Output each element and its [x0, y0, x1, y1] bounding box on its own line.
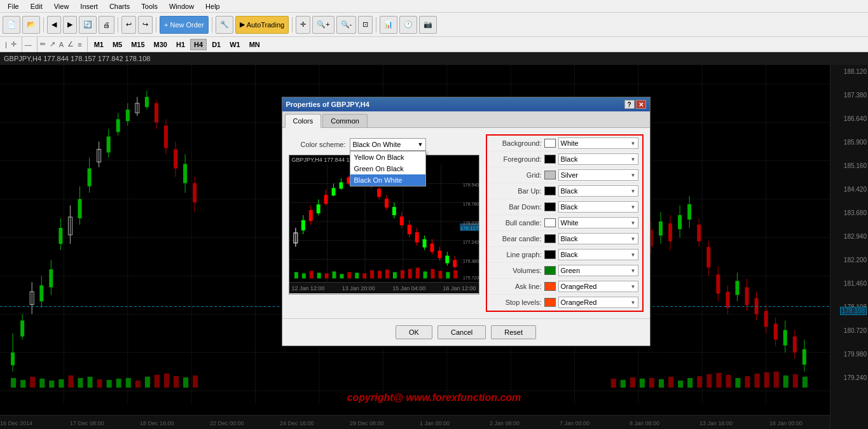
svg-rect-185 — [407, 225, 411, 234]
stop-levels-dropdown[interactable]: OrangeRed ▼ — [558, 297, 638, 308]
dialog-help-btn[interactable]: ? — [624, 100, 635, 109]
volumes-color-name: Green — [561, 267, 581, 274]
svg-text:177.240: 177.240 — [462, 240, 478, 244]
svg-rect-224 — [431, 269, 434, 279]
text-icon: A — [59, 41, 64, 48]
svg-rect-206 — [294, 272, 298, 278]
svg-rect-157 — [301, 220, 305, 230]
tab-colors[interactable]: Colors — [285, 114, 322, 128]
svg-rect-191 — [430, 244, 434, 252]
ask-line-dropdown[interactable]: OrangeRed ▼ — [558, 281, 638, 292]
tf-d1[interactable]: D1 — [208, 39, 224, 50]
color-scheme-popup: Yellow On Black Green On Black Black On … — [350, 151, 426, 186]
menu-edit[interactable]: Edit — [28, 1, 45, 11]
bull-candle-dropdown[interactable]: White ▼ — [558, 217, 638, 229]
toolbar-sep-3 — [156, 17, 156, 32]
tf-h4[interactable]: H4 — [190, 39, 207, 50]
zoom-out-btn[interactable]: 🔍- — [336, 16, 357, 34]
clock-btn[interactable]: 🕐 — [399, 16, 417, 34]
line-graph-swatch[interactable] — [544, 250, 556, 259]
toolbar-sep-4 — [212, 17, 212, 32]
fit-btn[interactable]: ⊡ — [358, 16, 373, 34]
svg-rect-218 — [385, 270, 389, 279]
option-black-white[interactable]: Black On White — [350, 174, 425, 186]
option-yellow-black[interactable]: Yellow On Black — [350, 151, 425, 163]
svg-rect-225 — [438, 271, 442, 278]
foreground-swatch[interactable] — [544, 155, 556, 164]
bar-down-dropdown[interactable]: Black ▼ — [558, 201, 638, 213]
cancel-button[interactable]: Cancel — [437, 325, 486, 339]
volumes-label: Volumes: — [491, 267, 542, 274]
tf-m5[interactable]: M5 — [109, 39, 126, 50]
chart-area[interactable]: 188.120 187.380 186.640 185.900 185.160 … — [0, 65, 868, 429]
line-graph-arrow-icon: ▼ — [631, 252, 636, 258]
timeframe-bar: | ✛ — ✏ ↗ A ∠ ≡ M1 M5 M15 M30 H1 H4 D1 W… — [0, 37, 868, 52]
volumes-dropdown[interactable]: Green ▼ — [558, 265, 638, 276]
new-order-btn[interactable]: + New Order — [160, 16, 209, 34]
svg-rect-193 — [437, 251, 441, 258]
indicators-btn[interactable]: 📊 — [380, 16, 397, 34]
svg-rect-212 — [340, 274, 343, 278]
new-chart-btn[interactable]: 📄 — [3, 16, 20, 34]
tf-h1[interactable]: H1 — [172, 39, 189, 50]
background-dropdown[interactable]: White ▼ — [558, 137, 638, 149]
dialog-titlebar: Properties of GBPJPY,H4 ? ✕ — [282, 97, 650, 111]
dialog-tabs: Colors Common — [282, 111, 650, 128]
tf-mn[interactable]: MN — [245, 39, 264, 50]
background-color-name: White — [561, 139, 579, 147]
dialog-close-btn[interactable]: ✕ — [636, 100, 646, 109]
menu-view[interactable]: View — [52, 1, 72, 11]
refresh-btn[interactable]: 🔄 — [79, 16, 97, 34]
tf-separator-icon: | — [5, 41, 7, 48]
volumes-swatch[interactable] — [544, 266, 556, 275]
ask-line-swatch[interactable] — [544, 282, 556, 291]
ok-button[interactable]: OK — [396, 325, 432, 339]
reset-button[interactable]: Reset — [491, 325, 536, 339]
background-swatch[interactable] — [544, 139, 556, 148]
tf-m1[interactable]: M1 — [90, 39, 107, 50]
svg-rect-221 — [408, 269, 411, 279]
open-btn[interactable]: 📂 — [22, 16, 40, 34]
menu-file[interactable]: File — [5, 1, 22, 11]
tab-common[interactable]: Common — [322, 114, 368, 127]
tf-sep-1 — [22, 37, 22, 52]
foreground-dropdown[interactable]: Black ▼ — [558, 153, 638, 165]
bar-down-swatch[interactable] — [544, 202, 556, 211]
undo-btn[interactable]: ↩ — [121, 16, 136, 34]
print-btn[interactable]: 🖨 — [99, 16, 114, 34]
svg-text:179.540: 179.540 — [462, 183, 478, 187]
bull-candle-swatch[interactable] — [544, 218, 556, 227]
menu-window[interactable]: Window — [167, 1, 196, 11]
menu-help[interactable]: Help — [203, 1, 223, 11]
crosshair-icon: ✛ — [11, 40, 17, 48]
menu-tools[interactable]: Tools — [139, 1, 160, 11]
zoom-in-btn[interactable]: 🔍+ — [312, 16, 334, 34]
grid-swatch[interactable] — [544, 171, 556, 179]
tf-m15[interactable]: M15 — [127, 39, 148, 50]
option-green-black[interactable]: Green On Black — [350, 163, 425, 174]
grid-dropdown[interactable]: Silver ▼ — [558, 169, 638, 181]
menu-charts[interactable]: Charts — [107, 1, 132, 11]
tf-w1[interactable]: W1 — [226, 39, 244, 50]
pen-icon: ✏ — [40, 40, 46, 48]
foreground-color-name: Black — [561, 155, 578, 163]
line-graph-dropdown[interactable]: Black ▼ — [558, 249, 638, 260]
color-row-line-graph: Line graph: Black ▼ — [487, 247, 642, 263]
bear-candle-dropdown[interactable]: Black ▼ — [558, 233, 638, 244]
stop-levels-swatch[interactable] — [544, 298, 556, 307]
crosshair-btn[interactable]: ✛ — [296, 16, 310, 34]
tf-m30[interactable]: M30 — [150, 39, 171, 50]
autotrading-btn[interactable]: ▶ AutoTrading — [235, 16, 289, 34]
forward-btn[interactable]: ▶ — [63, 16, 77, 34]
bar-up-swatch[interactable] — [544, 186, 556, 195]
foreground-label: Foreground: — [491, 155, 542, 163]
back-btn[interactable]: ◀ — [47, 16, 61, 34]
bear-candle-swatch[interactable] — [544, 234, 556, 243]
bar-up-dropdown[interactable]: Black ▼ — [558, 185, 638, 197]
screenshot-btn[interactable]: 📷 — [419, 16, 437, 34]
menu-insert[interactable]: Insert — [78, 1, 100, 11]
redo-btn[interactable]: ↪ — [138, 16, 153, 34]
color-scheme-dropdown[interactable]: Black On White ▼ — [350, 138, 426, 151]
experts-btn[interactable]: 🔧 — [216, 16, 233, 34]
svg-rect-222 — [415, 268, 419, 279]
